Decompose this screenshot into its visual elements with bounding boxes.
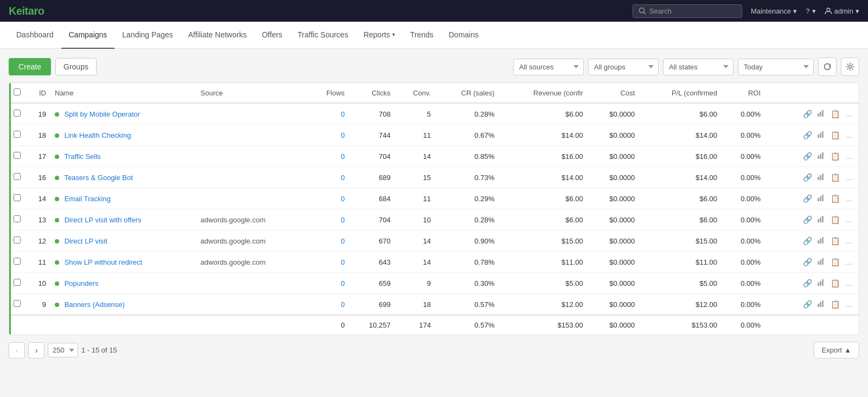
copy-icon[interactable]: 📋: [829, 151, 841, 162]
campaign-name-link[interactable]: Teasers & Google Bot: [64, 174, 132, 182]
copy-icon[interactable]: 📋: [829, 235, 841, 246]
campaign-name-link[interactable]: Popunders: [65, 279, 99, 287]
maintenance-btn[interactable]: Maintenance ▾: [751, 7, 797, 15]
nav-item-trends[interactable]: Trends: [403, 22, 441, 49]
export-button[interactable]: Export ▲: [814, 342, 859, 358]
chart-icon[interactable]: [816, 151, 827, 162]
select-all-checkbox[interactable]: [14, 88, 21, 95]
link-icon[interactable]: 🔗: [801, 257, 814, 267]
row-name: Popunders: [50, 273, 196, 294]
row-select-checkbox[interactable]: [14, 300, 21, 307]
more-icon[interactable]: …: [844, 235, 854, 246]
campaign-name-link[interactable]: Traffic Sells: [64, 152, 100, 161]
settings-button[interactable]: [841, 57, 859, 76]
row-checkbox[interactable]: [9, 230, 29, 252]
link-icon[interactable]: 🔗: [801, 299, 814, 310]
chart-icon[interactable]: [816, 299, 827, 310]
campaign-name-link[interactable]: Direct LP visit: [65, 237, 107, 245]
chart-icon[interactable]: [816, 278, 827, 289]
chart-icon[interactable]: [816, 108, 827, 119]
groups-button[interactable]: Groups: [55, 58, 97, 75]
row-checkbox[interactable]: [9, 209, 29, 230]
campaign-name-link[interactable]: Split by Mobile Operator: [65, 110, 140, 118]
copy-icon[interactable]: 📋: [829, 108, 841, 119]
refresh-button[interactable]: [818, 57, 837, 76]
nav-item-landing-pages[interactable]: Landing Pages: [114, 22, 180, 49]
more-icon[interactable]: …: [844, 108, 854, 119]
row-select-checkbox[interactable]: [14, 258, 21, 265]
copy-icon[interactable]: 📋: [829, 130, 841, 140]
campaign-name-link[interactable]: Show LP without redirect: [65, 258, 143, 266]
link-icon[interactable]: 🔗: [801, 214, 814, 225]
nav-item-affiliate-networks[interactable]: Affiliate Networks: [181, 22, 254, 49]
chart-icon[interactable]: [816, 130, 827, 140]
link-icon[interactable]: 🔗: [801, 130, 814, 140]
all-groups-select[interactable]: All groups: [588, 59, 659, 75]
help-btn[interactable]: ? ▾: [806, 7, 815, 15]
per-page-select[interactable]: 250 100 50: [48, 343, 78, 357]
chart-icon[interactable]: [816, 172, 827, 183]
search-input[interactable]: [649, 7, 736, 15]
row-select-checkbox[interactable]: [14, 279, 21, 286]
svg-rect-31: [818, 304, 819, 307]
row-checkbox[interactable]: [9, 146, 29, 167]
more-icon[interactable]: …: [844, 214, 854, 225]
all-sources-select[interactable]: All sources: [513, 59, 584, 75]
campaign-name-link[interactable]: Direct LP visit with offers: [65, 216, 142, 224]
campaign-name-link[interactable]: Banners (Adsense): [65, 300, 125, 309]
row-checkbox[interactable]: [9, 125, 29, 146]
row-checkbox[interactable]: [9, 188, 29, 209]
row-checkbox[interactable]: [9, 167, 29, 188]
prev-page-btn[interactable]: ‹: [9, 342, 25, 358]
nav-item-dashboard[interactable]: Dashboard: [9, 22, 61, 49]
campaign-name-link[interactable]: Email Tracking: [65, 195, 111, 203]
row-select-checkbox[interactable]: [14, 194, 21, 201]
more-icon[interactable]: …: [844, 257, 854, 267]
chart-icon[interactable]: [816, 257, 827, 267]
row-checkbox[interactable]: [9, 252, 29, 273]
row-select-checkbox[interactable]: [14, 152, 21, 159]
nav-item-traffic-sources[interactable]: Traffic Sources: [290, 22, 356, 49]
header-checkbox[interactable]: [9, 83, 29, 103]
more-icon[interactable]: …: [844, 172, 854, 183]
copy-icon[interactable]: 📋: [829, 214, 841, 225]
nav-item-reports[interactable]: Reports ▾: [356, 22, 403, 49]
next-page-btn[interactable]: ›: [28, 342, 44, 358]
nav-item-domains[interactable]: Domains: [441, 22, 486, 49]
chart-icon[interactable]: [816, 193, 827, 204]
row-checkbox[interactable]: [9, 273, 29, 294]
nav-item-campaigns[interactable]: Campaigns: [61, 22, 115, 49]
all-states-select[interactable]: All states: [663, 59, 733, 75]
chart-icon[interactable]: [816, 214, 827, 225]
row-checkbox[interactable]: [9, 103, 29, 125]
chart-icon[interactable]: [816, 235, 827, 246]
row-checkbox[interactable]: [9, 294, 29, 316]
more-icon[interactable]: …: [844, 278, 854, 289]
link-icon[interactable]: 🔗: [801, 151, 814, 162]
link-icon[interactable]: 🔗: [801, 172, 814, 183]
row-select-checkbox[interactable]: [14, 215, 21, 222]
copy-icon[interactable]: 📋: [829, 278, 841, 289]
search-box[interactable]: [633, 4, 742, 18]
campaign-name-link[interactable]: Link Health Checking: [65, 131, 131, 139]
nav-item-offers[interactable]: Offers: [254, 22, 290, 49]
more-icon[interactable]: …: [844, 130, 854, 140]
more-icon[interactable]: …: [844, 193, 854, 204]
row-select-checkbox[interactable]: [14, 173, 21, 180]
copy-icon[interactable]: 📋: [829, 257, 841, 267]
link-icon[interactable]: 🔗: [801, 108, 814, 119]
user-btn[interactable]: admin ▾: [825, 7, 859, 15]
create-button[interactable]: Create: [9, 58, 51, 75]
more-icon[interactable]: …: [844, 151, 854, 162]
link-icon[interactable]: 🔗: [801, 235, 814, 246]
row-select-checkbox[interactable]: [14, 236, 21, 244]
copy-icon[interactable]: 📋: [829, 299, 841, 310]
row-select-checkbox[interactable]: [14, 110, 21, 117]
copy-icon[interactable]: 📋: [829, 193, 841, 204]
more-icon[interactable]: …: [844, 299, 854, 310]
row-select-checkbox[interactable]: [14, 131, 21, 138]
date-select[interactable]: Today: [738, 59, 814, 75]
link-icon[interactable]: 🔗: [801, 278, 814, 289]
link-icon[interactable]: 🔗: [801, 193, 814, 204]
copy-icon[interactable]: 📋: [829, 172, 841, 183]
